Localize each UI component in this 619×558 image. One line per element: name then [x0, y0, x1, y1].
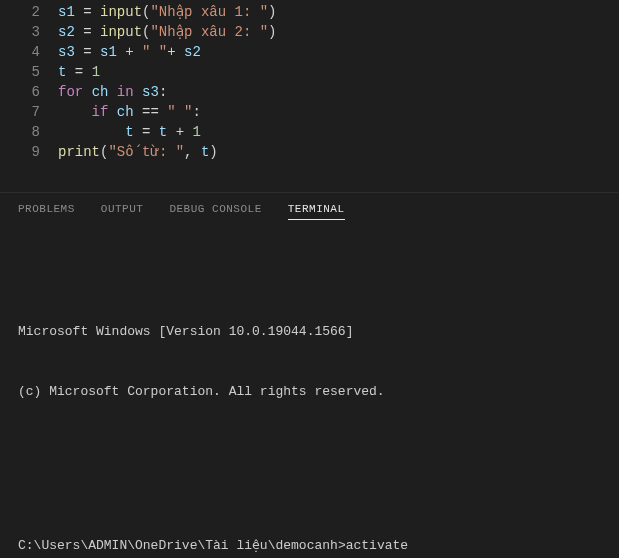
code-editor[interactable]: 2s1 = input("Nhập xâu 1: ")3s2 = input("… [0, 0, 619, 170]
tab-problems[interactable]: PROBLEMS [18, 203, 75, 220]
code-line[interactable]: 9print("Số từ: ", t) [0, 142, 619, 162]
terminal-line: (c) Microsoft Corporation. All rights re… [18, 382, 601, 402]
code-content[interactable]: print("Số từ: ", t) [58, 142, 218, 162]
code-content[interactable]: if ch == " ": [58, 102, 201, 122]
code-line[interactable]: 7 if ch == " ": [0, 102, 619, 122]
terminal-panel[interactable]: Microsoft Windows [Version 10.0.19044.15… [0, 228, 619, 558]
tab-debug-console[interactable]: DEBUG CONSOLE [169, 203, 261, 220]
code-line[interactable]: 8 t = t + 1 [0, 122, 619, 142]
code-line[interactable]: 3s2 = input("Nhập xâu 2: ") [0, 22, 619, 42]
tab-output[interactable]: OUTPUT [101, 203, 144, 220]
line-number: 2 [0, 2, 58, 22]
code-content[interactable]: s1 = input("Nhập xâu 1: ") [58, 2, 277, 22]
code-line[interactable]: 5t = 1 [0, 62, 619, 82]
panel-tabs: PROBLEMS OUTPUT DEBUG CONSOLE TERMINAL [0, 192, 619, 228]
code-content[interactable]: s2 = input("Nhập xâu 2: ") [58, 22, 277, 42]
code-line[interactable]: 6for ch in s3: [0, 82, 619, 102]
line-number: 6 [0, 82, 58, 102]
line-number: 7 [0, 102, 58, 122]
terminal-line: Microsoft Windows [Version 10.0.19044.15… [18, 322, 601, 342]
terminal-line: C:\Users\ADMIN\OneDrive\Tài liệu\democan… [18, 536, 601, 556]
line-number: 8 [0, 122, 58, 142]
code-content[interactable]: for ch in s3: [58, 82, 167, 102]
code-content[interactable]: t = t + 1 [58, 122, 201, 142]
code-content[interactable]: t = 1 [58, 62, 100, 82]
code-line[interactable]: 4s3 = s1 + " "+ s2 [0, 42, 619, 62]
code-line[interactable]: 2s1 = input("Nhập xâu 1: ") [0, 2, 619, 22]
line-number: 5 [0, 62, 58, 82]
line-number: 9 [0, 142, 58, 162]
tab-terminal[interactable]: TERMINAL [288, 203, 345, 220]
line-number: 3 [0, 22, 58, 42]
code-content[interactable]: s3 = s1 + " "+ s2 [58, 42, 201, 62]
line-number: 4 [0, 42, 58, 62]
